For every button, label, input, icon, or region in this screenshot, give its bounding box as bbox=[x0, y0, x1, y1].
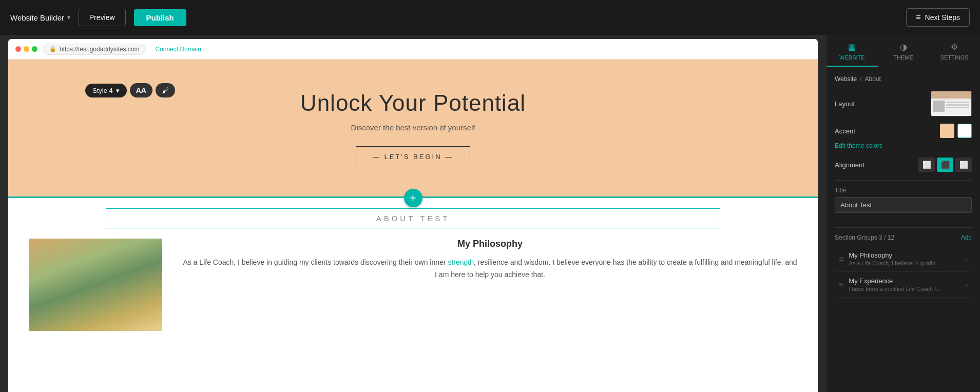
dot-red bbox=[15, 46, 21, 52]
swatch-white[interactable] bbox=[957, 124, 972, 138]
layout-row: Layout bbox=[835, 91, 972, 116]
section-groups-label: Section Groups 3 / 12 bbox=[835, 234, 894, 241]
edit-theme-colors-link[interactable]: Edit theme colors bbox=[835, 142, 972, 149]
browser-dots bbox=[15, 46, 37, 52]
section-group-name: My Philosophy bbox=[849, 251, 960, 259]
chevron-right-icon: › bbox=[965, 255, 968, 263]
about-content: My Philosophy As a Life Coach, I believe… bbox=[29, 239, 797, 331]
philosophy-text-part2: , resilience and wisdom. I believe every… bbox=[435, 258, 797, 279]
hero-subtitle: Discover the best version of yourself bbox=[18, 123, 808, 132]
layout-preview-line bbox=[946, 104, 969, 106]
layout-preview-lines bbox=[946, 101, 969, 112]
accent-swatches bbox=[940, 124, 972, 138]
tab-settings-label: SETTINGS bbox=[940, 54, 969, 61]
align-left-button[interactable]: ⬜ bbox=[918, 158, 935, 172]
page-content: Unlock Your Potential Discover the best … bbox=[8, 60, 818, 392]
panel-body: Website / About Layout bbox=[827, 67, 980, 392]
lock-icon: 🔒 bbox=[49, 46, 56, 52]
paint-brush-button[interactable]: 🖌 bbox=[156, 83, 175, 97]
add-section-group-link[interactable]: Add bbox=[961, 234, 972, 241]
topbar: Website Builder ▾ Preview Publish ≡ Next… bbox=[0, 0, 980, 35]
align-right-button[interactable]: ⬜ bbox=[955, 158, 972, 172]
section-group-text: My Philosophy As a Life Coach, I believe… bbox=[849, 251, 960, 266]
breadcrumb: Website / About bbox=[835, 75, 972, 83]
layout-preview-image bbox=[933, 101, 945, 112]
panel-divider bbox=[835, 180, 972, 181]
alignment-row: Alignment ⬜ ⬛ ⬜ bbox=[835, 158, 972, 172]
layout-preview-bar bbox=[931, 91, 971, 99]
philosophy-highlight: strength bbox=[448, 258, 474, 266]
accent-label: Accent bbox=[835, 127, 855, 135]
add-section-button[interactable]: + bbox=[404, 189, 422, 207]
swatch-peach[interactable] bbox=[940, 124, 954, 138]
website-icon: ▦ bbox=[848, 42, 856, 52]
layout-preview-content bbox=[931, 99, 971, 114]
section-group-preview: As a Life Coach, I believe in guidin... bbox=[849, 260, 960, 266]
nextsteps-label: Next Steps bbox=[925, 13, 960, 22]
canvas-area: 🔒 https://test.godaddysites.com Connect … bbox=[0, 35, 826, 392]
hero-section: Unlock Your Potential Discover the best … bbox=[8, 60, 818, 198]
drag-handle-icon: ≡ bbox=[839, 254, 843, 264]
title-section-label: Title bbox=[835, 187, 972, 194]
section-group-preview: I have been a certified Life Coach f... bbox=[849, 286, 960, 292]
theme-icon: ◑ bbox=[900, 42, 907, 52]
preview-button[interactable]: Preview bbox=[79, 9, 126, 26]
panel-tabs: ▦ WEBSITE ◑ THEME ⚙ SETTINGS bbox=[827, 35, 980, 67]
text-style-button[interactable]: AA bbox=[130, 83, 152, 97]
layout-preview-inner bbox=[931, 91, 971, 116]
chevron-right-icon: › bbox=[965, 281, 968, 289]
layout-preview-line bbox=[946, 102, 969, 103]
settings-icon: ⚙ bbox=[951, 42, 958, 52]
layout-label: Layout bbox=[835, 100, 855, 108]
panel-divider-2 bbox=[835, 227, 972, 228]
philosophy-text-part1: As a Life Coach, I believe in guiding my… bbox=[183, 258, 448, 266]
main-area: 🔒 https://test.godaddysites.com Connect … bbox=[0, 35, 980, 392]
philosophy-text: As a Life Coach, I believe in guiding my… bbox=[183, 257, 797, 281]
nextsteps-button[interactable]: ≡ Next Steps bbox=[906, 8, 970, 27]
tab-theme[interactable]: ◑ THEME bbox=[878, 35, 929, 67]
tab-settings[interactable]: ⚙ SETTINGS bbox=[929, 35, 980, 67]
align-center-button[interactable]: ⬛ bbox=[937, 158, 953, 172]
tab-website[interactable]: ▦ WEBSITE bbox=[827, 35, 878, 67]
section-group-item[interactable]: ≡ My Philosophy As a Life Coach, I belie… bbox=[835, 246, 972, 272]
about-text-col: My Philosophy As a Life Coach, I believe… bbox=[183, 239, 797, 281]
dot-green bbox=[32, 46, 37, 52]
breadcrumb-parent[interactable]: Website bbox=[835, 75, 857, 83]
breadcrumb-sep: / bbox=[860, 75, 861, 83]
about-image-placeholder bbox=[29, 239, 162, 331]
alignment-label: Alignment bbox=[835, 161, 864, 169]
section-group-item[interactable]: ≡ My Experience I have been a certified … bbox=[835, 272, 972, 298]
breadcrumb-current: About bbox=[864, 75, 880, 83]
philosophy-heading: My Philosophy bbox=[183, 239, 797, 249]
tab-theme-label: THEME bbox=[893, 54, 913, 61]
section-groups-header: Section Groups 3 / 12 Add bbox=[835, 234, 972, 241]
browser-chrome: 🔒 https://test.godaddysites.com Connect … bbox=[8, 39, 818, 60]
topbar-left: Website Builder ▾ Preview Publish bbox=[10, 9, 186, 26]
url-bar: 🔒 https://test.godaddysites.com bbox=[43, 44, 146, 55]
style-selector[interactable]: Style 4 ▾ bbox=[85, 84, 127, 97]
publish-button[interactable]: Publish bbox=[134, 9, 186, 26]
section-group-text: My Experience I have been a certified Li… bbox=[849, 277, 960, 292]
right-panel: ▦ WEBSITE ◑ THEME ⚙ SETTINGS Website / A… bbox=[826, 35, 980, 392]
style-label: Style 4 bbox=[92, 87, 113, 94]
section-toolbar: Style 4 ▾ AA 🖌 bbox=[85, 83, 175, 97]
chevron-down-icon: ▾ bbox=[67, 14, 70, 21]
layout-preview-line bbox=[946, 107, 969, 108]
alignment-buttons: ⬜ ⬛ ⬜ bbox=[918, 158, 972, 172]
accent-row: Accent bbox=[835, 124, 972, 138]
hero-cta-button[interactable]: — LET'S BEGIN — bbox=[356, 146, 470, 167]
style-chevron-icon: ▾ bbox=[116, 87, 120, 94]
connect-domain-link[interactable]: Connect Domain bbox=[155, 46, 201, 53]
drag-handle-icon: ≡ bbox=[839, 280, 843, 289]
title-input[interactable] bbox=[835, 197, 972, 213]
about-section: My Philosophy As a Life Coach, I believe… bbox=[8, 198, 818, 341]
layout-preview[interactable] bbox=[931, 91, 972, 116]
dot-yellow bbox=[24, 46, 29, 52]
tab-website-label: WEBSITE bbox=[839, 54, 865, 61]
brand[interactable]: Website Builder ▾ bbox=[10, 13, 70, 22]
about-image bbox=[29, 239, 162, 331]
brand-label: Website Builder bbox=[10, 13, 64, 22]
about-title-input[interactable] bbox=[106, 208, 721, 228]
url-text: https://test.godaddysites.com bbox=[60, 46, 139, 53]
topbar-right: ≡ Next Steps bbox=[906, 8, 970, 27]
